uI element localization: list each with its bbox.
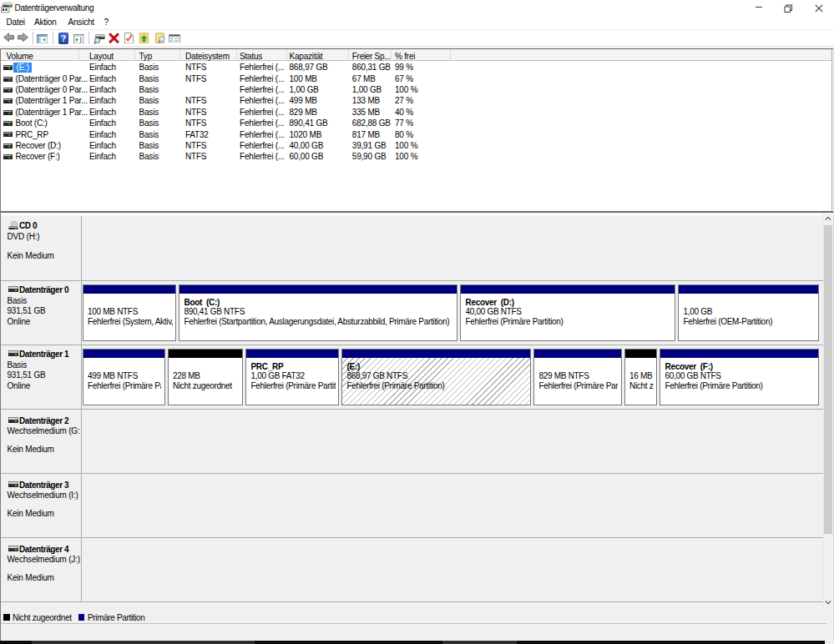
svg-text:?: ? — [61, 33, 66, 43]
